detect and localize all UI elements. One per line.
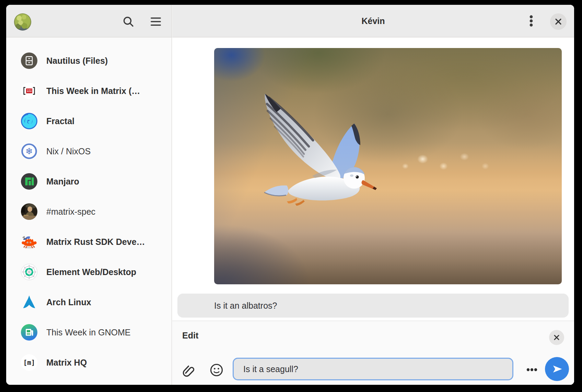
chat-header: Kévin: [172, 5, 574, 37]
sidebar-item-element[interactable]: Element Web/Desktop: [6, 257, 172, 287]
room-label: Arch Linux: [46, 287, 91, 317]
room-label: Matrix Rust SDK Deve…: [46, 227, 145, 257]
message-text: Is it an albatros?: [214, 294, 277, 318]
close-icon: [555, 18, 562, 25]
fractal-window: Nautilus (Files) This Week in Matrix (… …: [6, 5, 574, 385]
element-icon: [21, 264, 37, 280]
sidebar-item-fractal[interactable]: Fractal: [6, 106, 172, 136]
message-input[interactable]: [233, 358, 513, 380]
cancel-edit-button[interactable]: [549, 330, 564, 345]
room-menu-icon[interactable]: [524, 14, 538, 28]
rust-ferris-icon: [21, 234, 37, 250]
room-list: Nautilus (Files) This Week in Matrix (… …: [6, 37, 172, 385]
arch-linux-icon: [21, 294, 37, 310]
room-label: This Week in GNOME: [46, 317, 130, 347]
room-title: Kévin: [172, 5, 574, 37]
sidebar-item-nixos[interactable]: ❄ Nix / NixOS: [6, 136, 172, 166]
more-options-icon[interactable]: [524, 362, 539, 377]
message-being-edited[interactable]: Is it an albatros?: [177, 294, 569, 318]
room-label: Matrix HQ: [46, 347, 87, 378]
room-label: Nautilus (Files): [46, 46, 108, 76]
sidebar-item-rust-sdk[interactable]: Matrix Rust SDK Deve…: [6, 227, 172, 257]
emoji-picker-icon[interactable]: [209, 363, 224, 377]
attach-file-icon[interactable]: [181, 363, 196, 377]
sidebar-item-manjaro[interactable]: Manjaro: [6, 166, 172, 197]
room-label: This Week in Matrix (…: [46, 76, 140, 106]
sidebar-item-twig[interactable]: This Week in GNOME: [6, 317, 172, 347]
seagull-photo-attachment[interactable]: [214, 48, 562, 284]
svg-text:❄: ❄: [25, 146, 33, 156]
close-icon: [553, 334, 560, 341]
search-icon[interactable]: [123, 16, 134, 27]
sidebar-item-matrix-spec[interactable]: #matrix-spec: [6, 197, 172, 227]
sidebar-item-arch[interactable]: Arch Linux: [6, 287, 172, 317]
matrix-spec-avatar-photo: [21, 203, 37, 220]
room-label: Element Web/Desktop: [46, 257, 136, 287]
this-week-in-matrix-icon: [21, 83, 37, 99]
edit-mode-label: Edit: [182, 331, 198, 341]
this-week-in-gnome-icon: [21, 324, 37, 341]
edit-panel: Edit: [172, 321, 574, 385]
room-label: Nix / NixOS: [46, 136, 91, 166]
account-avatar[interactable]: [14, 13, 31, 31]
sidebar-header: [6, 5, 172, 37]
send-message-button[interactable]: [545, 357, 569, 381]
sidebar-item-matrix-hq[interactable]: [m] Matrix HQ: [6, 347, 172, 378]
nixos-icon: ❄: [21, 143, 37, 159]
sidebar-item-nautilus[interactable]: Nautilus (Files): [6, 46, 172, 76]
room-label: #matrix-spec: [46, 197, 95, 227]
manjaro-icon: [21, 173, 37, 190]
svg-text:[m]: [m]: [23, 359, 35, 366]
sidebar: Nautilus (Files) This Week in Matrix (… …: [6, 5, 172, 385]
nautilus-files-icon: [21, 52, 37, 69]
close-room-button[interactable]: [550, 13, 567, 30]
chat-pane: Kévin: [172, 5, 574, 385]
matrix-hq-icon: [m]: [21, 354, 37, 371]
room-label: Manjaro: [46, 166, 79, 197]
room-label: Fractal: [46, 106, 74, 136]
send-plane-icon: [551, 363, 563, 375]
fractal-icon: [21, 113, 37, 129]
seagull-bird: [245, 77, 393, 225]
sidebar-item-twim[interactable]: This Week in Matrix (…: [6, 76, 172, 106]
main-menu-icon[interactable]: [150, 17, 162, 28]
message-history: Is it an albatros?: [172, 37, 574, 321]
